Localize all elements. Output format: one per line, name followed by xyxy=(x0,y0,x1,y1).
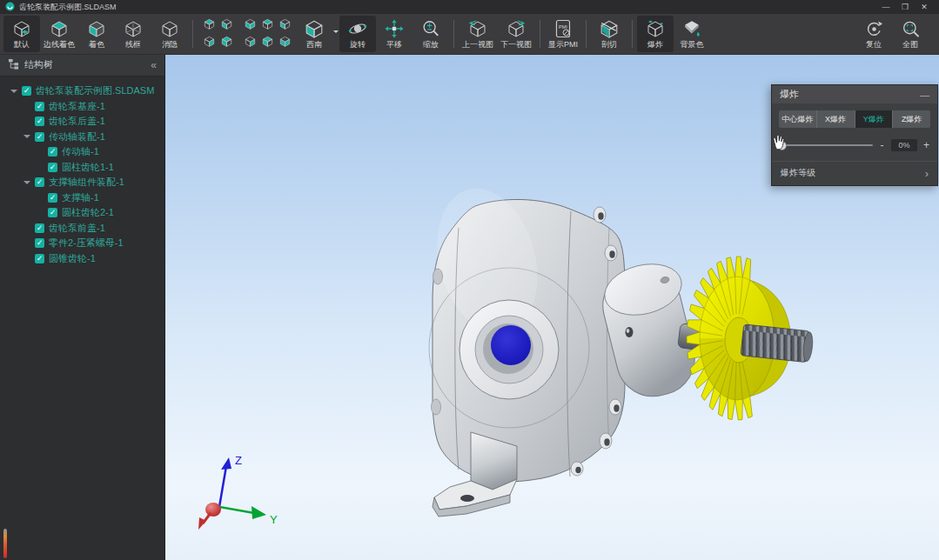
section-cut-button[interactable]: 剖切 xyxy=(591,16,627,52)
view-top-button[interactable] xyxy=(242,17,258,33)
title-bar: 齿轮泵装配示例图.SLDASM —❐✕ xyxy=(0,0,939,14)
pan-button[interactable]: 平移 xyxy=(376,16,412,52)
tab-center-explode[interactable]: 中心爆炸 xyxy=(779,110,817,128)
view-iso-3-icon xyxy=(262,35,273,50)
tree-checkbox[interactable]: ✓ xyxy=(35,102,44,111)
toolbar-button-label: 消隐 xyxy=(162,40,178,49)
tree-item-2[interactable]: ✓齿轮泵后盖-1 xyxy=(0,114,164,130)
toolbar-group-display-modes: 默认边线着色着色线框消隐 xyxy=(3,14,188,54)
explode-button[interactable]: 爆炸 xyxy=(637,16,674,52)
cube-southwest-icon xyxy=(305,19,324,38)
window-title: 齿轮泵装配示例图.SLDASM xyxy=(19,2,117,13)
fit-all-button[interactable]: 全图 xyxy=(892,16,929,52)
cube-edges-shaded-button[interactable]: 边线着色 xyxy=(40,16,78,52)
background-color-button[interactable]: 背景色 xyxy=(674,16,710,52)
tree-item-1[interactable]: ✓齿轮泵基座-1 xyxy=(0,99,164,115)
view-iso-4-button[interactable] xyxy=(277,35,292,50)
view-left-button[interactable] xyxy=(201,35,217,50)
cube-shaded-button[interactable]: 着色 xyxy=(78,16,115,52)
tree-item-8[interactable]: ✓圆柱齿轮2-1 xyxy=(0,205,164,221)
tab-y-explode[interactable]: Y爆炸 xyxy=(855,110,894,128)
bore-blue-part[interactable] xyxy=(491,325,531,365)
view-iso-1-button[interactable] xyxy=(277,17,292,33)
tree-checkbox[interactable]: ✓ xyxy=(35,132,44,142)
standard-views-grid-a xyxy=(201,17,234,50)
tree-item-5[interactable]: ✓圆柱齿轮1-1 xyxy=(0,160,164,176)
explode-level-row[interactable]: 爆炸等级 › xyxy=(772,162,937,184)
tree-item-label: 圆柱齿轮1-1 xyxy=(62,161,114,174)
tree-item-11[interactable]: ✓圆锥齿轮-1 xyxy=(0,251,164,267)
tree-item-3[interactable]: ✓传动轴装配-1 xyxy=(0,130,164,145)
zoom-button[interactable]: 缩放 xyxy=(412,16,449,52)
view-right-button[interactable] xyxy=(218,35,234,50)
tab-x-explode[interactable]: X爆炸 xyxy=(817,110,855,128)
toolbar-separator xyxy=(632,20,633,48)
tree-item-7[interactable]: ✓支撑轴-1 xyxy=(0,190,164,206)
prev-view-button[interactable]: 上一视图 xyxy=(459,16,497,52)
toolbar-button-label: 剖切 xyxy=(601,40,617,49)
cube-southwest-button[interactable]: 西南 xyxy=(296,16,339,52)
toolbar-button-label: 线框 xyxy=(125,40,141,49)
toolbar-button-label: 显示PMI xyxy=(548,40,578,49)
view-right-icon xyxy=(221,35,232,50)
tree-checkbox[interactable]: ✓ xyxy=(35,177,44,187)
tree-checkbox[interactable]: ✓ xyxy=(35,238,44,248)
toolbar-button-label: 平移 xyxy=(386,40,402,49)
close-button[interactable]: ✕ xyxy=(915,0,934,14)
view-iso-3-button[interactable] xyxy=(259,35,275,50)
cube-hidden-line-button[interactable]: 消隐 xyxy=(151,16,188,52)
view-iso-2-button[interactable] xyxy=(242,35,258,50)
tab-z-explode[interactable]: Z爆炸 xyxy=(893,110,930,128)
pump-housing[interactable] xyxy=(422,177,625,517)
cube-wireframe-button[interactable]: 线框 xyxy=(115,16,151,52)
cube-wireframe-icon xyxy=(124,19,142,38)
minimize-button[interactable]: — xyxy=(876,0,895,14)
view-bottom-button[interactable] xyxy=(259,17,275,33)
tree-checkbox[interactable]: ✓ xyxy=(22,86,31,96)
reset-view-button[interactable]: 复位 xyxy=(855,16,892,52)
tree-checkbox[interactable]: ✓ xyxy=(35,223,44,233)
tree-checkbox[interactable]: ✓ xyxy=(48,147,57,157)
sidebar-collapse-icon[interactable]: « xyxy=(151,59,157,71)
slider-knob[interactable] xyxy=(777,141,787,150)
tree-checkbox[interactable]: ✓ xyxy=(48,208,57,217)
maximize-button[interactable]: ❐ xyxy=(895,0,915,14)
expand-arrow-icon[interactable] xyxy=(10,90,17,97)
tree-item-label: 齿轮泵基座-1 xyxy=(49,100,105,113)
expand-arrow-icon[interactable] xyxy=(23,181,30,188)
cad-viewer-window: { "window": { "title": "齿轮泵装配示例图.SLDASM"… xyxy=(0,0,939,560)
tree-item-9[interactable]: ✓齿轮泵前盖-1 xyxy=(0,221,164,237)
tree-checkbox[interactable]: ✓ xyxy=(35,117,44,126)
tree-item-label: 齿轮泵前盖-1 xyxy=(49,222,105,235)
tree-item-0[interactable]: ✓齿轮泵装配示例图.SLDASM xyxy=(0,83,164,99)
explode-panel-header[interactable]: 爆炸 — xyxy=(772,85,937,103)
explode-slider[interactable] xyxy=(779,144,873,146)
tree-item-6[interactable]: ✓支撑轴组件装配-1 xyxy=(0,175,164,190)
cube-edges-shaded-icon xyxy=(50,19,68,38)
panel-collapse-icon[interactable]: — xyxy=(920,90,929,100)
toolbar-button-label: 复位 xyxy=(866,40,882,49)
tree-item-label: 齿轮泵后盖-1 xyxy=(49,115,105,128)
tree-checkbox[interactable]: ✓ xyxy=(48,193,57,203)
cube-default-button[interactable]: 默认 xyxy=(3,16,40,52)
tree-checkbox[interactable]: ✓ xyxy=(35,254,44,263)
tree-checkbox[interactable]: ✓ xyxy=(48,163,57,172)
toolbar-button-label: 下一视图 xyxy=(500,40,532,49)
pmi-icon: PMI xyxy=(554,19,572,38)
toolbar-button-label: 全图 xyxy=(902,40,918,49)
axis-y-arrow xyxy=(219,507,254,513)
expand-arrow-icon[interactable] xyxy=(23,135,30,142)
standard-views-grid-b xyxy=(242,17,292,50)
increase-button[interactable]: + xyxy=(922,139,930,151)
toolbar-button-label: 背景色 xyxy=(681,40,704,49)
orbit-rotate-icon xyxy=(348,19,367,38)
next-view-button[interactable]: 下一视图 xyxy=(497,16,535,52)
view-front-button[interactable] xyxy=(201,17,217,33)
decrease-button[interactable]: - xyxy=(878,139,886,151)
orbit-rotate-button[interactable]: 旋转 xyxy=(339,16,376,52)
view-back-button[interactable] xyxy=(218,17,234,33)
tree-item-10[interactable]: ✓零件2-压紧螺母-1 xyxy=(0,236,164,251)
pmi-button[interactable]: PMI显示PMI xyxy=(545,16,581,52)
tree-item-4[interactable]: ✓传动轴-1 xyxy=(0,144,164,160)
toolbar-button-label: 西南 xyxy=(306,40,322,49)
